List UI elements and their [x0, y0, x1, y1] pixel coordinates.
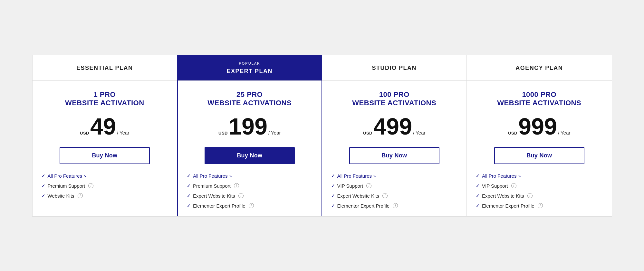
plan-body-expert: 25 PROWEBSITE ACTIVATIONSUSD199/ YearBuy… — [178, 81, 322, 216]
info-icon[interactable]: i — [366, 183, 371, 188]
feature-text-agency-1: VIP Support — [482, 183, 508, 189]
info-icon[interactable]: i — [382, 193, 388, 198]
activations-number-agency: 1000 PRO — [497, 90, 581, 99]
info-icon[interactable]: i — [527, 193, 533, 198]
feature-item-agency-3: ✓Elementor Expert Profilei — [476, 203, 603, 209]
plan-column-essential: ESSENTIAL PLAN1 PROWEBSITE ACTIVATIONUSD… — [33, 55, 178, 216]
price-amount-studio: 499 — [373, 115, 412, 138]
feature-text-expert-3: Elementor Expert Profile — [193, 203, 245, 209]
feature-item-essential-1: ✓Premium Supporti — [42, 183, 168, 189]
activations-label-studio: WEBSITE ACTIVATIONS — [352, 99, 436, 107]
info-icon[interactable]: i — [511, 183, 516, 188]
feature-text-agency-2: Expert Website Kits — [482, 193, 524, 199]
price-row-agency: USD999/ Year — [508, 115, 570, 138]
plan-header-agency: AGENCY PLAN — [467, 55, 612, 81]
features-list-essential: ✓All Pro Features ↘✓Premium Supporti✓Web… — [42, 173, 168, 199]
check-icon: ✓ — [187, 203, 190, 208]
plan-activations-agency: 1000 PROWEBSITE ACTIVATIONS — [497, 90, 581, 107]
check-icon: ✓ — [187, 193, 190, 198]
pricing-table: ESSENTIAL PLAN1 PROWEBSITE ACTIVATIONUSD… — [32, 55, 612, 217]
plan-column-agency: AGENCY PLAN1000 PROWEBSITE ACTIVATIONSUS… — [467, 55, 612, 216]
features-list-agency: ✓All Pro Features ↘✓VIP Supporti✓Expert … — [476, 173, 603, 209]
plan-activations-expert: 25 PROWEBSITE ACTIVATIONS — [207, 90, 292, 107]
plan-activations-essential: 1 PROWEBSITE ACTIVATION — [65, 90, 144, 107]
price-period-essential: / Year — [117, 130, 129, 136]
feature-item-essential-0: ✓All Pro Features ↘ — [42, 173, 168, 179]
feature-item-expert-2: ✓Expert Website Kitsi — [187, 193, 312, 199]
price-row-expert: USD199/ Year — [218, 115, 281, 138]
feature-text-expert-2: Expert Website Kits — [193, 193, 235, 199]
feature-item-studio-3: ✓Elementor Expert Profilei — [331, 203, 458, 209]
feature-link-essential-0[interactable]: All Pro Features ↘ — [48, 173, 87, 179]
info-icon[interactable]: i — [393, 203, 398, 208]
check-icon: ✓ — [476, 203, 479, 208]
plan-name-studio: STUDIO PLAN — [372, 65, 417, 71]
feature-link-studio-0[interactable]: All Pro Features ↘ — [337, 173, 376, 179]
plan-activations-studio: 100 PROWEBSITE ACTIVATIONS — [352, 90, 436, 107]
feature-item-studio-1: ✓VIP Supporti — [331, 183, 458, 189]
plan-header-studio: STUDIO PLAN — [322, 55, 467, 81]
price-row-studio: USD499/ Year — [363, 115, 425, 138]
info-icon[interactable]: i — [78, 193, 83, 198]
check-icon: ✓ — [331, 203, 335, 208]
feature-text-essential-2: Website Kits — [48, 193, 74, 199]
check-icon: ✓ — [476, 183, 479, 188]
check-icon: ✓ — [331, 173, 335, 178]
activations-label-agency: WEBSITE ACTIVATIONS — [497, 99, 581, 107]
feature-item-agency-1: ✓VIP Supporti — [476, 183, 603, 189]
info-icon[interactable]: i — [234, 183, 239, 188]
buy-button-studio[interactable]: Buy Now — [349, 147, 439, 164]
buy-button-expert[interactable]: Buy Now — [205, 147, 295, 164]
check-icon: ✓ — [331, 193, 335, 198]
plan-column-expert: POPULAREXPERT PLAN25 PROWEBSITE ACTIVATI… — [177, 55, 322, 216]
activations-number-essential: 1 PRO — [65, 90, 144, 99]
check-icon: ✓ — [476, 193, 479, 198]
feature-text-expert-1: Premium Support — [193, 183, 231, 189]
info-icon[interactable]: i — [249, 203, 254, 208]
feature-item-essential-2: ✓Website Kitsi — [42, 193, 168, 199]
feature-item-expert-0: ✓All Pro Features ↘ — [187, 173, 312, 179]
activations-label-essential: WEBSITE ACTIVATION — [65, 99, 144, 107]
feature-text-studio-2: Expert Website Kits — [337, 193, 380, 199]
activations-number-expert: 25 PRO — [207, 90, 292, 99]
buy-button-agency[interactable]: Buy Now — [494, 147, 584, 164]
buy-button-essential[interactable]: Buy Now — [60, 147, 150, 164]
plan-name-agency: AGENCY PLAN — [515, 65, 563, 71]
feature-text-studio-3: Elementor Expert Profile — [337, 203, 390, 209]
features-list-studio: ✓All Pro Features ↘✓VIP Supporti✓Expert … — [331, 173, 458, 209]
plan-header-essential: ESSENTIAL PLAN — [33, 55, 177, 81]
arrow-icon: ↘ — [518, 173, 521, 178]
info-icon[interactable]: i — [538, 203, 543, 208]
info-icon[interactable]: i — [238, 193, 244, 198]
price-amount-agency: 999 — [518, 115, 557, 138]
plan-header-expert: POPULAREXPERT PLAN — [178, 55, 322, 81]
activations-number-studio: 100 PRO — [352, 90, 436, 99]
feature-item-studio-2: ✓Expert Website Kitsi — [331, 193, 458, 199]
plan-name-expert: EXPERT PLAN — [226, 68, 273, 75]
activations-label-expert: WEBSITE ACTIVATIONS — [207, 99, 292, 107]
check-icon: ✓ — [42, 193, 45, 198]
arrow-icon: ↘ — [373, 173, 376, 178]
check-icon: ✓ — [476, 173, 479, 178]
feature-text-essential-1: Premium Support — [48, 183, 85, 189]
price-amount-essential: 49 — [90, 115, 116, 138]
check-icon: ✓ — [42, 173, 45, 178]
info-icon[interactable]: i — [88, 183, 93, 188]
feature-link-agency-0[interactable]: All Pro Features ↘ — [482, 173, 521, 179]
check-icon: ✓ — [187, 173, 190, 178]
price-currency-expert: USD — [218, 131, 228, 136]
feature-item-agency-0: ✓All Pro Features ↘ — [476, 173, 603, 179]
price-row-essential: USD49/ Year — [80, 115, 129, 138]
check-icon: ✓ — [42, 183, 45, 188]
price-currency-studio: USD — [363, 131, 372, 136]
feature-item-studio-0: ✓All Pro Features ↘ — [331, 173, 458, 179]
feature-text-studio-1: VIP Support — [337, 183, 363, 189]
price-period-agency: / Year — [558, 130, 570, 136]
plan-column-studio: STUDIO PLAN100 PROWEBSITE ACTIVATIONSUSD… — [322, 55, 467, 216]
price-period-expert: / Year — [268, 130, 281, 136]
popular-badge: POPULAR — [239, 61, 260, 65]
arrow-icon: ↘ — [229, 173, 232, 178]
feature-link-expert-0[interactable]: All Pro Features ↘ — [193, 173, 232, 179]
price-period-studio: / Year — [413, 130, 425, 136]
price-currency-agency: USD — [508, 131, 517, 136]
